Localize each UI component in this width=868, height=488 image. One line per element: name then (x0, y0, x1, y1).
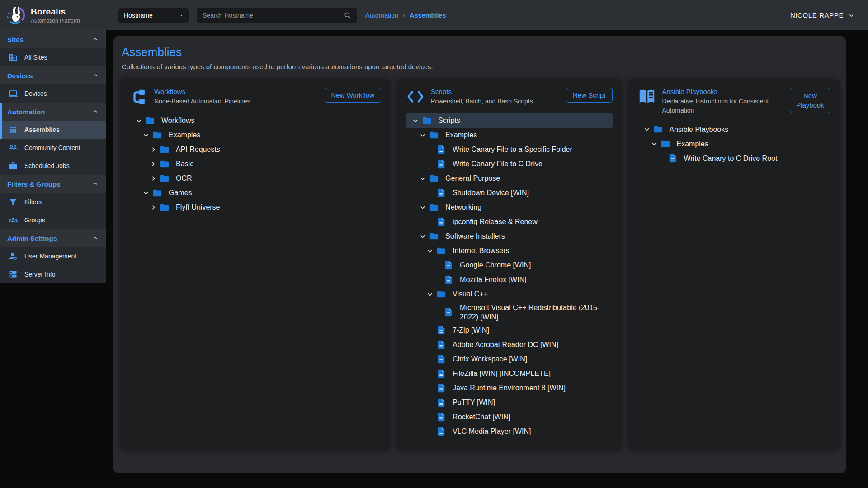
search-icon[interactable] (343, 11, 352, 20)
sidebar-item-label: Groups (24, 216, 45, 224)
sidebar-item-label: All Sites (24, 54, 47, 61)
tree-item-folder[interactable]: Basic (129, 157, 381, 171)
tree-item-folder[interactable]: Workflows (129, 113, 381, 128)
tree-item-label: Internet Browsers (453, 244, 509, 257)
folder-icon (422, 116, 434, 126)
sidebar-item-server-info[interactable]: Server Info (0, 265, 106, 283)
tree-item-file[interactable]: VLC Media Player [WIN] (406, 424, 612, 439)
chevron-down-icon[interactable] (425, 246, 436, 256)
chevron-down-icon[interactable] (418, 202, 429, 212)
tree-item-file[interactable]: Java Runtime Environment 8 [WIN] (406, 381, 612, 395)
tree-item-folder[interactable]: Software Installers (406, 229, 612, 244)
chevron-right-icon[interactable] (149, 159, 160, 169)
sidebar-item-label: Server Info (24, 271, 55, 278)
tree-item-file[interactable]: Microsoft Visual C++ Redistributable (20… (406, 301, 612, 323)
sidebar-item-scheduled-jobs[interactable]: Scheduled Jobs (0, 157, 106, 175)
tree-item-file[interactable]: 7-Zip [WIN] (406, 323, 612, 338)
sidebar-item-devices[interactable]: Devices (0, 84, 106, 103)
tree-item-label: 7-Zip [WIN] (453, 324, 489, 336)
workflow-icon (130, 89, 148, 106)
people-icon (8, 143, 18, 153)
tree-item-folder[interactable]: Flyff Universe (129, 200, 381, 215)
chevron-right-icon[interactable] (149, 145, 160, 155)
tree-item-folder[interactable]: Games (129, 186, 381, 200)
sidebar-item-assemblies[interactable]: Assemblies (0, 121, 106, 139)
sidebar-section-automation[interactable]: Automation (0, 103, 106, 121)
new-script-button[interactable]: New Script (566, 88, 613, 103)
search-input[interactable] (203, 12, 343, 19)
chevron-spacer (425, 398, 436, 408)
user-menu[interactable]: NICOLE RAPPE (790, 11, 855, 19)
tree-item-file[interactable]: ipconfig Release & Renew (406, 215, 612, 229)
file-icon (436, 383, 448, 393)
tree-item-label: Google Chrome [WIN] (460, 259, 531, 271)
sidebar-item-community-content[interactable]: Community Content (0, 139, 106, 157)
sidebar-item-all-sites[interactable]: All Sites (0, 48, 106, 66)
tree-item-folder[interactable]: OCR (129, 171, 381, 186)
sidebar-item-label: Devices (24, 90, 47, 97)
tree-item-file[interactable]: PuTTY [WIN] (406, 395, 612, 410)
tree-item-file[interactable]: RocketChat [WIN] (406, 410, 612, 424)
chevron-right-icon[interactable] (149, 202, 160, 212)
chevron-down-icon (847, 11, 855, 19)
breadcrumb-assemblies[interactable]: Assemblies (410, 12, 446, 19)
ansible-playbooks-card: Ansible Playbooks Declarative Instructio… (629, 80, 839, 450)
tree-item-folder[interactable]: Visual C++ (406, 287, 612, 301)
assembly-cards: Workflows Node-Based Automation Pipeline… (121, 80, 839, 450)
logo-rabbit-icon (5, 5, 26, 26)
tree-item-label: Flyff Universe (176, 201, 220, 213)
tree-item-file[interactable]: Mozilla Firefox [WIN] (406, 272, 612, 287)
sidebar-item-groups[interactable]: Groups (0, 211, 106, 229)
chevron-down-icon[interactable] (418, 130, 429, 140)
tree-item-label: Examples (169, 129, 200, 141)
hostname-select[interactable]: Hostname (118, 8, 189, 23)
tree-item-file[interactable]: Citrix Workspace [WIN] (406, 352, 612, 366)
sidebar-section-filters-groups[interactable]: Filters & Groups (0, 175, 106, 193)
chevron-down-icon[interactable] (425, 289, 436, 299)
tree-item-label: Adobe Acrobat Reader DC [WIN] (453, 338, 558, 351)
chevron-down-icon[interactable] (418, 231, 429, 241)
tree-item-file[interactable]: Google Chrome [WIN] (406, 258, 612, 272)
tree-item-folder[interactable]: Examples (637, 136, 831, 151)
tree-item-file[interactable]: Shutdown Device [WIN] (406, 186, 612, 200)
folder-icon (653, 124, 665, 134)
chevron-spacer (425, 159, 436, 169)
tree-item-folder[interactable]: Scripts (406, 113, 612, 128)
tree-item-file[interactable]: Adobe Acrobat Reader DC [WIN] (406, 338, 612, 352)
chevron-down-icon[interactable] (134, 116, 145, 126)
new-playbook-button[interactable]: New Playbook (790, 88, 830, 113)
chevron-down-icon[interactable] (418, 174, 429, 183)
tree-item-folder[interactable]: Examples (129, 128, 381, 142)
new-workflow-button[interactable]: New Workflow (325, 88, 382, 103)
chevron-right-icon[interactable] (149, 174, 160, 183)
chevron-down-icon[interactable] (642, 124, 653, 134)
tree-item-file[interactable]: Write Canary File to a Specific Folder (406, 142, 612, 157)
sidebar-section-devices[interactable]: Devices (0, 66, 106, 84)
sidebar-item-user-management[interactable]: User Management (0, 247, 106, 265)
tree-item-folder[interactable]: Ansible Playbooks (637, 122, 831, 136)
tree-item-folder[interactable]: API Requests (129, 142, 381, 157)
file-icon (436, 369, 448, 379)
tree-item-file[interactable]: Write Canary File to C Drive (406, 157, 612, 171)
tree-item-folder[interactable]: Internet Browsers (406, 244, 612, 258)
sidebar-section-sites[interactable]: Sites (0, 30, 106, 48)
chevron-down-icon[interactable] (142, 130, 152, 140)
sidebar-item-filters[interactable]: Filters (0, 193, 106, 211)
file-icon (436, 325, 448, 335)
chevron-down-icon[interactable] (142, 188, 152, 198)
folder-icon (429, 231, 441, 241)
chevron-down-icon[interactable] (411, 116, 422, 126)
file-icon (436, 427, 448, 436)
breadcrumb-automation[interactable]: Automation (365, 12, 398, 19)
tree-item-folder[interactable]: Examples (406, 128, 612, 142)
tree-item-folder[interactable]: Networking (406, 200, 612, 215)
tree-item-label: Basic (176, 158, 193, 170)
tree-item-file[interactable]: Write Canary to C Drive Root (637, 151, 831, 165)
tree-item-file[interactable]: FileZilla [WIN] [INCOMPLETE] (406, 366, 612, 381)
hostname-select-value: Hostname (124, 12, 153, 19)
chevron-down-icon[interactable] (650, 139, 660, 149)
tree-item-label: Shutdown Device [WIN] (453, 187, 529, 199)
tree-item-folder[interactable]: General Purpose (406, 171, 612, 186)
sidebar-section-admin-settings[interactable]: Admin Settings (0, 229, 106, 247)
scripts-card: Scripts Powershell, Batch, and Bash Scri… (397, 80, 620, 450)
